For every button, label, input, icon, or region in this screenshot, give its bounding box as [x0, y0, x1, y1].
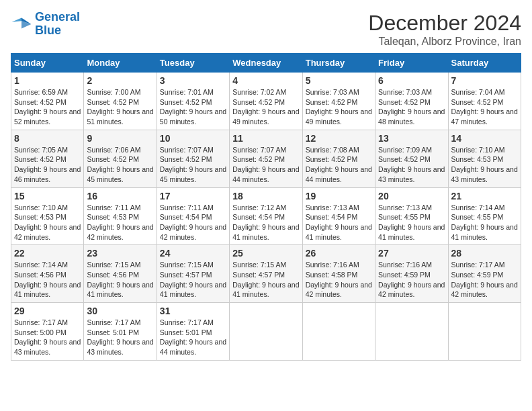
- calendar-cell: 14 Sunrise: 7:10 AMSunset: 4:53 PMDaylig…: [448, 130, 521, 187]
- calendar-cell: 26 Sunrise: 7:16 AMSunset: 4:58 PMDaylig…: [302, 245, 375, 303]
- day-info: Sunrise: 7:13 AMSunset: 4:54 PMDaylight:…: [306, 203, 372, 241]
- day-info: Sunrise: 7:12 AMSunset: 4:54 PMDaylight:…: [232, 203, 299, 241]
- day-info: Sunrise: 7:17 AMSunset: 4:59 PMDaylight:…: [451, 261, 518, 298]
- logo: General Blue: [11, 11, 80, 38]
- day-number: 15: [14, 191, 81, 201]
- day-info: Sunrise: 7:02 AMSunset: 4:52 PMDaylight:…: [232, 88, 299, 126]
- day-info: Sunrise: 7:14 AMSunset: 4:55 PMDaylight:…: [451, 203, 518, 241]
- calendar-cell: 22 Sunrise: 7:14 AMSunset: 4:56 PMDaylig…: [11, 245, 84, 303]
- calendar-cell: 18 Sunrise: 7:12 AMSunset: 4:54 PMDaylig…: [230, 187, 302, 245]
- calendar-cell: 30 Sunrise: 7:17 AMSunset: 5:01 PMDaylig…: [84, 303, 157, 361]
- day-info: Sunrise: 7:14 AMSunset: 4:56 PMDaylight:…: [14, 261, 81, 298]
- day-number: 13: [378, 133, 445, 144]
- day-number: 18: [232, 191, 299, 201]
- page-subtitle: Taleqan, Alborz Province, Iran: [368, 36, 521, 48]
- week-row-3: 15 Sunrise: 7:10 AMSunset: 4:53 PMDaylig…: [11, 187, 521, 245]
- col-header-sunday: Sunday: [11, 54, 84, 73]
- calendar-cell: 31 Sunrise: 7:17 AMSunset: 5:01 PMDaylig…: [157, 303, 229, 361]
- calendar-cell: 25 Sunrise: 7:15 AMSunset: 4:57 PMDaylig…: [230, 245, 302, 303]
- week-row-1: 1 Sunrise: 6:59 AMSunset: 4:52 PMDayligh…: [11, 73, 521, 130]
- day-info: Sunrise: 6:59 AMSunset: 4:52 PMDaylight:…: [14, 88, 81, 126]
- calendar-cell: 12 Sunrise: 7:08 AMSunset: 4:52 PMDaylig…: [302, 130, 375, 187]
- day-info: Sunrise: 7:15 AMSunset: 4:57 PMDaylight:…: [232, 261, 299, 298]
- day-info: Sunrise: 7:11 AMSunset: 4:54 PMDaylight:…: [160, 203, 226, 241]
- day-info: Sunrise: 7:16 AMSunset: 4:59 PMDaylight:…: [378, 261, 445, 298]
- day-info: Sunrise: 7:05 AMSunset: 4:52 PMDaylight:…: [14, 146, 81, 183]
- week-row-2: 8 Sunrise: 7:05 AMSunset: 4:52 PMDayligh…: [11, 130, 521, 187]
- day-info: Sunrise: 7:10 AMSunset: 4:53 PMDaylight:…: [451, 146, 518, 183]
- calendar-cell: 21 Sunrise: 7:14 AMSunset: 4:55 PMDaylig…: [448, 187, 521, 245]
- day-number: 3: [160, 75, 226, 86]
- day-number: 5: [306, 75, 372, 86]
- header: General Blue December 2024 Taleqan, Albo…: [11, 11, 521, 48]
- calendar-cell: 5 Sunrise: 7:03 AMSunset: 4:52 PMDayligh…: [302, 73, 375, 130]
- col-header-monday: Monday: [84, 54, 157, 73]
- col-header-thursday: Thursday: [302, 54, 375, 73]
- week-row-5: 29 Sunrise: 7:17 AMSunset: 5:00 PMDaylig…: [11, 303, 521, 361]
- week-row-4: 22 Sunrise: 7:14 AMSunset: 4:56 PMDaylig…: [11, 245, 521, 303]
- calendar-cell: 2 Sunrise: 7:00 AMSunset: 4:52 PMDayligh…: [84, 73, 157, 130]
- calendar-cell: 3 Sunrise: 7:01 AMSunset: 4:52 PMDayligh…: [157, 73, 229, 130]
- calendar-cell: 15 Sunrise: 7:10 AMSunset: 4:53 PMDaylig…: [11, 187, 84, 245]
- calendar-cell: 1 Sunrise: 6:59 AMSunset: 4:52 PMDayligh…: [11, 73, 84, 130]
- day-number: 28: [451, 248, 518, 259]
- day-info: Sunrise: 7:07 AMSunset: 4:52 PMDaylight:…: [232, 146, 299, 183]
- day-info: Sunrise: 7:17 AMSunset: 5:01 PMDaylight:…: [160, 318, 226, 356]
- day-info: Sunrise: 7:17 AMSunset: 5:00 PMDaylight:…: [14, 318, 81, 356]
- day-number: 21: [451, 191, 518, 201]
- day-number: 1: [14, 75, 81, 86]
- day-number: 30: [87, 306, 153, 316]
- day-number: 25: [232, 248, 299, 259]
- calendar-cell: 17 Sunrise: 7:11 AMSunset: 4:54 PMDaylig…: [157, 187, 229, 245]
- day-number: 20: [378, 191, 445, 201]
- day-info: Sunrise: 7:03 AMSunset: 4:52 PMDaylight:…: [306, 88, 372, 126]
- logo-line2: Blue: [35, 24, 61, 37]
- day-info: Sunrise: 7:07 AMSunset: 4:52 PMDaylight:…: [160, 146, 226, 183]
- day-number: 9: [87, 133, 153, 144]
- day-number: 22: [14, 248, 81, 259]
- calendar-cell: 13 Sunrise: 7:09 AMSunset: 4:52 PMDaylig…: [375, 130, 448, 187]
- day-info: Sunrise: 7:16 AMSunset: 4:58 PMDaylight:…: [306, 261, 372, 298]
- day-info: Sunrise: 7:08 AMSunset: 4:52 PMDaylight:…: [306, 146, 372, 183]
- day-number: 14: [451, 133, 518, 144]
- calendar-cell: [375, 303, 448, 361]
- calendar-cell: [448, 303, 521, 361]
- day-number: 26: [306, 248, 372, 259]
- title-area: December 2024 Taleqan, Alborz Province, …: [368, 11, 521, 48]
- col-header-wednesday: Wednesday: [230, 54, 302, 73]
- day-info: Sunrise: 7:11 AMSunset: 4:53 PMDaylight:…: [87, 203, 153, 241]
- page-title: December 2024: [368, 11, 521, 36]
- day-number: 10: [160, 133, 226, 144]
- calendar-cell: [230, 303, 302, 361]
- day-number: 16: [87, 191, 153, 201]
- day-info: Sunrise: 7:01 AMSunset: 4:52 PMDaylight:…: [160, 88, 226, 126]
- day-number: 27: [378, 248, 445, 259]
- day-number: 6: [378, 75, 445, 86]
- day-info: Sunrise: 7:13 AMSunset: 4:55 PMDaylight:…: [378, 203, 445, 241]
- day-info: Sunrise: 7:09 AMSunset: 4:52 PMDaylight:…: [378, 146, 445, 183]
- day-number: 7: [451, 75, 518, 86]
- logo-text: General Blue: [35, 11, 80, 38]
- calendar-cell: 9 Sunrise: 7:06 AMSunset: 4:52 PMDayligh…: [84, 130, 157, 187]
- calendar-cell: 24 Sunrise: 7:15 AMSunset: 4:57 PMDaylig…: [157, 245, 229, 303]
- day-info: Sunrise: 7:17 AMSunset: 5:01 PMDaylight:…: [87, 318, 153, 356]
- calendar-cell: 20 Sunrise: 7:13 AMSunset: 4:55 PMDaylig…: [375, 187, 448, 245]
- calendar-cell: 19 Sunrise: 7:13 AMSunset: 4:54 PMDaylig…: [302, 187, 375, 245]
- logo-line1: General: [35, 10, 80, 24]
- header-row: SundayMondayTuesdayWednesdayThursdayFrid…: [11, 54, 521, 73]
- calendar-cell: [302, 303, 375, 361]
- day-number: 24: [160, 248, 226, 259]
- calendar-cell: 4 Sunrise: 7:02 AMSunset: 4:52 PMDayligh…: [230, 73, 302, 130]
- calendar-table: SundayMondayTuesdayWednesdayThursdayFrid…: [11, 53, 521, 361]
- col-header-tuesday: Tuesday: [157, 54, 229, 73]
- calendar-cell: 16 Sunrise: 7:11 AMSunset: 4:53 PMDaylig…: [84, 187, 157, 245]
- calendar-cell: 11 Sunrise: 7:07 AMSunset: 4:52 PMDaylig…: [230, 130, 302, 187]
- day-info: Sunrise: 7:10 AMSunset: 4:53 PMDaylight:…: [14, 203, 81, 241]
- day-info: Sunrise: 7:15 AMSunset: 4:57 PMDaylight:…: [160, 261, 226, 298]
- day-number: 12: [306, 133, 372, 144]
- day-number: 17: [160, 191, 226, 201]
- calendar-cell: 8 Sunrise: 7:05 AMSunset: 4:52 PMDayligh…: [11, 130, 84, 187]
- day-info: Sunrise: 7:06 AMSunset: 4:52 PMDaylight:…: [87, 146, 153, 183]
- day-number: 4: [232, 75, 299, 86]
- day-number: 19: [306, 191, 372, 201]
